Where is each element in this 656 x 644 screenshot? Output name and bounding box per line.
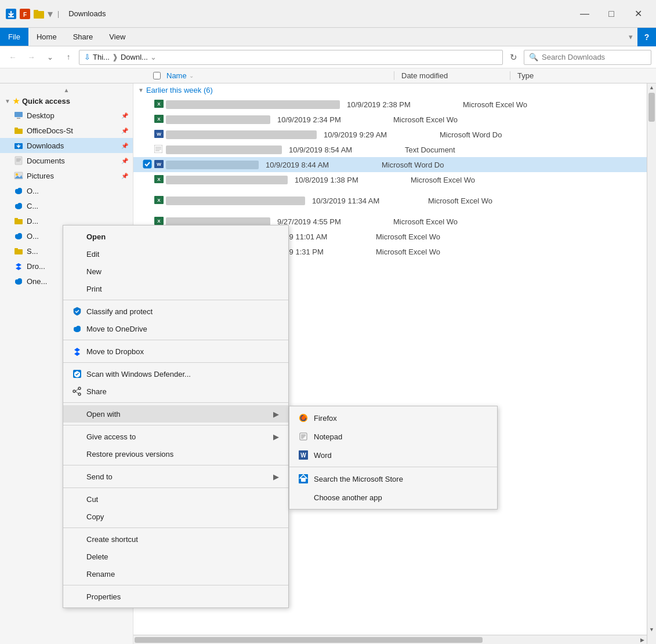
scroll-h-thumb[interactable] xyxy=(135,637,483,643)
sub-context-menu: Firefox Notepad W Word xyxy=(289,406,498,510)
ctx-properties[interactable]: Properties xyxy=(63,588,288,605)
ctx-open[interactable]: Open xyxy=(63,228,288,245)
table-row[interactable]: W ██ ██████ 10/9/2019 8:44 AM Microsoft … xyxy=(133,157,656,172)
copy-icon xyxy=(73,512,82,521)
ctx-restore-versions[interactable]: Restore previous versions xyxy=(63,445,288,463)
table-row[interactable]: X ████ ████ 10/9/2019 2:34 PM Microsoft … xyxy=(133,112,656,127)
ctx-divider xyxy=(63,300,288,300)
ctx-copy[interactable]: Copy xyxy=(63,508,288,525)
ctx-edit[interactable]: Edit xyxy=(63,245,288,263)
context-menu: Open Edit New Print Classify and protect xyxy=(63,225,289,608)
scroll-down-btn[interactable]: ▼ xyxy=(647,627,656,632)
close-button[interactable]: ✕ xyxy=(625,5,651,23)
onedrive-icon xyxy=(14,186,23,195)
scrollbar-vertical[interactable]: ▲ ▼ xyxy=(647,83,656,644)
forward-button[interactable]: → xyxy=(23,49,39,66)
ctx-delete[interactable]: Delete xyxy=(63,548,288,565)
ctx-rename[interactable]: Rename xyxy=(63,565,288,583)
up-button[interactable]: ↑ xyxy=(60,49,77,66)
sidebar-item-label: O... xyxy=(27,187,39,195)
menu-help-button[interactable]: ? xyxy=(637,28,656,46)
table-row[interactable]: W █████ ████ ██ ████ ███ 10/9/2019 9:29 … xyxy=(133,127,656,142)
svg-rect-8 xyxy=(17,118,20,119)
refresh-button[interactable]: ↻ xyxy=(505,49,521,66)
ctx-give-access[interactable]: Give access to ▶ xyxy=(63,428,288,445)
excel-file-icon: X xyxy=(154,100,166,110)
dropdown-arrow[interactable]: ▾ xyxy=(48,8,53,20)
menu-expand-icon[interactable]: ▾ xyxy=(624,28,637,46)
ctx-cut[interactable]: Cut xyxy=(63,490,288,508)
col-name[interactable]: Name ⌄ xyxy=(139,71,394,80)
sub-ctx-choose-app[interactable]: Choose another app xyxy=(289,488,497,507)
file-checkbox[interactable] xyxy=(143,159,154,170)
table-row[interactable]: ███████ ████ 10/9/2019 8:54 AM Text Docu… xyxy=(133,142,656,157)
col-type[interactable]: Type xyxy=(510,71,656,80)
ctx-scan-defender[interactable]: Scan with Windows Defender... xyxy=(63,365,288,383)
ctx-label: Open with xyxy=(86,410,121,419)
ctx-move-onedrive[interactable]: Move to OneDrive xyxy=(63,320,288,337)
sidebar-item-onedrive1[interactable]: O... xyxy=(0,183,133,198)
sidebar-item-officedocs[interactable]: OfficeDocs-St 📌 xyxy=(0,123,133,138)
menu-file[interactable]: File xyxy=(0,28,28,46)
sub-ctx-word[interactable]: W Word xyxy=(289,446,497,464)
scroll-right-btn[interactable]: ▶ xyxy=(640,637,647,643)
ctx-label: Copy xyxy=(86,512,104,521)
scrollbar-horizontal[interactable]: ▶ xyxy=(133,635,647,644)
ctx-print[interactable]: Print xyxy=(63,280,288,297)
sendto-icon xyxy=(73,472,82,481)
ctx-classify[interactable]: Classify and protect xyxy=(63,303,288,320)
desktop-icon xyxy=(14,111,23,120)
sidebar-item-onedrive2[interactable]: C... xyxy=(0,198,133,213)
svg-rect-9 xyxy=(15,129,23,134)
sidebar-item-downloads[interactable]: Downloads 📌 xyxy=(0,138,133,153)
sub-ctx-store[interactable]: Search the Microsoft Store xyxy=(289,470,497,488)
sub-ctx-firefox[interactable]: Firefox xyxy=(289,409,497,427)
sub-ctx-label: Firefox xyxy=(314,414,337,423)
path-expand[interactable]: ⌄ xyxy=(150,53,157,61)
sub-ctx-notepad[interactable]: Notepad xyxy=(289,427,497,446)
table-row[interactable]: X ████████ ████████ 10/3/2019 11:34 AM M… xyxy=(133,193,656,208)
menu-home[interactable]: Home xyxy=(28,28,65,46)
table-row[interactable]: X ████████ ██████████ ███ 10/9/2019 2:38… xyxy=(133,97,656,112)
minimize-button[interactable]: — xyxy=(571,5,598,23)
sidebar-item-desktop[interactable]: Desktop 📌 xyxy=(0,108,133,123)
sidebar-item-documents[interactable]: Documents 📌 xyxy=(0,153,133,168)
maximize-button[interactable]: □ xyxy=(598,5,625,23)
select-all-checkbox[interactable] xyxy=(153,72,161,79)
svg-point-36 xyxy=(17,278,22,283)
menu-share[interactable]: Share xyxy=(65,28,102,46)
ctx-send-to[interactable]: Send to ▶ xyxy=(63,468,288,485)
table-row[interactable]: X ███ ████ ████ 10/8/2019 1:38 PM Micros… xyxy=(133,172,656,187)
sidebar-item-pictures[interactable]: Pictures 📌 xyxy=(0,168,133,183)
section-header[interactable]: ▼ Earlier this week (6) xyxy=(133,83,656,97)
menu-view[interactable]: View xyxy=(101,28,133,46)
scroll-up-btn[interactable]: ▲ xyxy=(647,83,656,92)
ctx-create-shortcut[interactable]: Create shortcut xyxy=(63,530,288,548)
recent-button[interactable]: ⌄ xyxy=(42,49,58,66)
print-icon xyxy=(73,284,82,293)
back-button[interactable]: ← xyxy=(5,49,21,66)
rename-icon xyxy=(73,569,82,578)
defender-icon xyxy=(73,369,82,379)
address-path[interactable]: ⇩ Thi... ❱ Downl... ⌄ xyxy=(79,50,503,65)
svg-rect-32 xyxy=(15,248,18,250)
svg-rect-27 xyxy=(15,218,18,220)
ctx-share[interactable]: Share xyxy=(63,383,288,400)
ctx-label: Properties xyxy=(86,592,121,601)
ctx-open-with[interactable]: Open with ▶ xyxy=(63,405,288,423)
excel-file-icon: X xyxy=(154,115,166,125)
ctx-move-dropbox[interactable]: Move to Dropbox xyxy=(63,343,288,360)
window-controls: — □ ✕ xyxy=(571,5,651,23)
quick-access-header[interactable]: ▼ ★ Quick access xyxy=(0,94,133,108)
scroll-thumb[interactable] xyxy=(648,93,655,122)
ctx-new[interactable]: New xyxy=(63,263,288,280)
pin-icon: 📌 xyxy=(121,173,128,179)
ctx-label: Share xyxy=(86,387,107,396)
svg-rect-10 xyxy=(15,128,18,129)
delete-icon xyxy=(73,552,82,561)
search-box[interactable]: 🔍 xyxy=(524,50,651,65)
search-input[interactable] xyxy=(542,53,646,61)
ctx-label: Cut xyxy=(86,495,98,504)
col-date[interactable]: Date modified xyxy=(394,71,510,80)
scroll-up[interactable]: ▲ xyxy=(0,86,133,94)
